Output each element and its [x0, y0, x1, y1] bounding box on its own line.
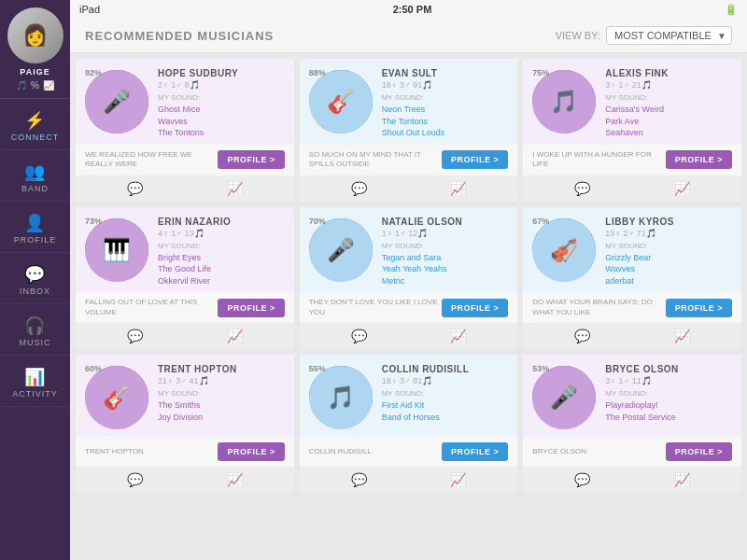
card-name: LIBBY KYROS — [605, 217, 734, 227]
music-note-icon: 🎵 — [16, 80, 27, 91]
profile-icon: 👤 — [24, 213, 46, 233]
inbox-icon: 💬 — [24, 264, 46, 285]
card-sound-artists: Carissa's WeirdPark AveSeahaven — [605, 104, 734, 139]
status-time: 2:50 PM — [393, 4, 432, 15]
profile-button[interactable]: PROFILE > — [442, 150, 508, 169]
card-top: 🎹 73% ERIN NAZARIO 4♀ 1♂ 13🎵 MY SOUND: B… — [76, 207, 294, 293]
card-sound-artists: Tegan and SaraYeah Yeah YeahsMetric — [382, 252, 511, 287]
status-bar: iPad 2:50 PM 🔋 — [70, 0, 747, 19]
card-top: 🎵 55% COLLIN RUDISILL 18♀ 3♂ 81🎵 MY SOUN… — [300, 355, 518, 437]
sidebar-item-inbox[interactable]: 💬 INBOX — [0, 253, 70, 304]
page-title: RECOMMENDED MUSICIANS — [85, 29, 274, 43]
card-photo-wrap: 🎤 53% — [530, 364, 598, 431]
sidebar-item-band-label: BAND — [21, 184, 49, 193]
card-bottom: 💬 📈 — [300, 175, 518, 202]
profile-button[interactable]: PROFILE > — [218, 150, 284, 169]
card-sound-label: MY SOUND: — [158, 93, 287, 102]
profile-button[interactable]: PROFILE > — [666, 442, 732, 461]
card-photo-wrap: 🎤 70% — [307, 217, 374, 284]
card-middle: BRYCE OLSON PROFILE > — [523, 437, 741, 467]
comment-icon[interactable]: 💬 — [351, 181, 367, 196]
card-name: ALEXIS FINK — [605, 68, 734, 78]
card-middle: COLLIN RUDISILL PROFILE > — [300, 437, 518, 467]
sidebar-item-profile[interactable]: 👤 PROFILE — [0, 202, 70, 253]
comment-icon[interactable]: 💬 — [351, 472, 367, 487]
trend-icon[interactable]: 📈 — [227, 329, 243, 343]
card-middle: TRENT HOPTON PROFILE > — [76, 437, 294, 467]
profile-button[interactable]: PROFILE > — [666, 150, 732, 169]
card-percent: 60% — [85, 364, 102, 373]
comment-icon[interactable]: 💬 — [127, 472, 143, 487]
sidebar-item-band[interactable]: 👥 BAND — [0, 150, 70, 202]
card-percent: 55% — [309, 364, 326, 373]
card-quote: THEY DON'T LOVE YOU LIKE I LOVE YOU — [309, 298, 442, 317]
profile-button[interactable]: PROFILE > — [442, 299, 508, 317]
musician-card: 🎵 55% COLLIN RUDISILL 18♀ 3♂ 81🎵 MY SOUN… — [300, 355, 518, 493]
card-info: ERIN NAZARIO 4♀ 1♂ 13🎵 MY SOUND: Bright … — [158, 217, 287, 287]
profile-button[interactable]: PROFILE > — [218, 299, 284, 317]
profile-button[interactable]: PROFILE > — [666, 299, 732, 317]
card-sound-artists: The SmithsJoy Division — [158, 399, 287, 423]
trend-icon[interactable]: 📈 — [674, 329, 690, 343]
trend-icon[interactable]: 📈 — [450, 472, 466, 487]
sidebar-nav: ⚡ CONNECT 👥 BAND 👤 PROFILE 💬 INBOX 🎧 MUS… — [0, 99, 70, 560]
card-stats: 3♀ 1♂ 11🎵 — [605, 376, 734, 385]
card-quote: DO WHAT YOUR BRAIN SAYS; DO WHAT YOU LIK… — [532, 298, 665, 317]
card-photo: 🎹 — [85, 218, 148, 282]
trend-icon[interactable]: 📈 — [674, 472, 690, 487]
activity-icon: 📊 — [24, 367, 46, 387]
sidebar-item-inbox-label: INBOX — [20, 287, 50, 296]
avatar[interactable]: 👩 — [7, 7, 63, 63]
card-photo: 🎤 — [309, 218, 373, 282]
comment-icon[interactable]: 💬 — [127, 181, 143, 196]
card-top: 🎸 60% TRENT HOPTON 21♀ 3♂ 41🎵 MY SOUND: … — [76, 355, 294, 437]
musician-card: 🎹 73% ERIN NAZARIO 4♀ 1♂ 13🎵 MY SOUND: B… — [76, 207, 294, 350]
sidebar-item-music[interactable]: 🎧 MUSIC — [0, 304, 70, 356]
card-percent: 73% — [85, 217, 102, 226]
trend-icon[interactable]: 📈 — [227, 472, 243, 487]
comment-icon[interactable]: 💬 — [127, 329, 143, 343]
sidebar-username: PAIGE — [20, 67, 49, 77]
musician-card: 🎤 70% NATALIE OLSON 1♀ 1♂ 12🎵 MY SOUND: … — [300, 207, 518, 350]
status-left: iPad — [79, 4, 100, 15]
profile-button[interactable]: PROFILE > — [442, 442, 508, 461]
sidebar-item-activity-label: ACTIVITY — [12, 389, 58, 399]
musician-card: 🎸 60% TRENT HOPTON 21♀ 3♂ 41🎵 MY SOUND: … — [76, 355, 294, 493]
card-photo: 🎵 — [309, 366, 373, 429]
card-sound-artists: Bright EyesThe Good LifeOkkervil River — [158, 252, 287, 287]
trend-icon[interactable]: 📈 — [450, 329, 466, 343]
comment-icon[interactable]: 💬 — [574, 329, 590, 343]
card-photo: 🎤 — [85, 70, 148, 133]
card-info: TRENT HOPTON 21♀ 3♂ 41🎵 MY SOUND: The Sm… — [158, 364, 287, 423]
card-quote: TRENT HOPTON — [85, 447, 218, 456]
comment-icon[interactable]: 💬 — [574, 472, 590, 487]
comment-icon[interactable]: 💬 — [351, 329, 367, 343]
card-percent: 67% — [532, 217, 549, 226]
card-photo-wrap: 🎸 60% — [83, 364, 150, 431]
card-percent: 53% — [532, 364, 549, 373]
card-sound-artists: Neon TreesThe TontonsShout Out Louds — [382, 104, 511, 139]
sidebar-item-activity[interactable]: 📊 ACTIVITY — [0, 356, 70, 407]
card-top: 🎤 53% BRYCE OLSON 3♀ 1♂ 11🎵 MY SOUND: Pl… — [523, 355, 741, 437]
view-by-select[interactable]: MOST COMPATIBLE NEWEST NEARBY — [606, 26, 732, 45]
comment-icon[interactable]: 💬 — [574, 181, 590, 196]
trend-icon[interactable]: 📈 — [450, 181, 466, 196]
card-middle: THEY DON'T LOVE YOU LIKE I LOVE YOU PROF… — [300, 292, 518, 323]
card-bottom: 💬 📈 — [76, 323, 294, 349]
card-stats: 18♀ 3♂ 81🎵 — [382, 376, 511, 385]
trend-icon[interactable]: 📈 — [674, 181, 690, 196]
musician-card: 🎸 88% EVAN SULT 18♀ 3♂ 91🎵 MY SOUND: Neo… — [300, 59, 518, 202]
profile-button[interactable]: PROFILE > — [218, 442, 284, 461]
card-bottom: 💬 📈 — [300, 467, 518, 493]
card-sound-label: MY SOUND: — [605, 93, 734, 102]
card-quote: SO MUCH ON MY MIND THAT IT SPILLS OUTSID… — [309, 150, 442, 170]
card-bottom: 💬 📈 — [76, 467, 294, 493]
card-middle: DO WHAT YOUR BRAIN SAYS; DO WHAT YOU LIK… — [523, 292, 741, 323]
sidebar-item-connect[interactable]: ⚡ CONNECT — [0, 99, 70, 150]
card-sound-label: MY SOUND: — [382, 389, 511, 398]
card-middle: I WOKE UP WITH A HUNGER FOR LIFE PROFILE… — [523, 145, 741, 175]
musician-card: 🎻 67% LIBBY KYROS 19♀ 2♂ 71🎵 MY SOUND: G… — [523, 207, 741, 350]
trend-icon[interactable]: 📈 — [227, 181, 243, 196]
sidebar-item-connect-label: CONNECT — [11, 133, 60, 142]
card-percent: 70% — [309, 217, 326, 226]
